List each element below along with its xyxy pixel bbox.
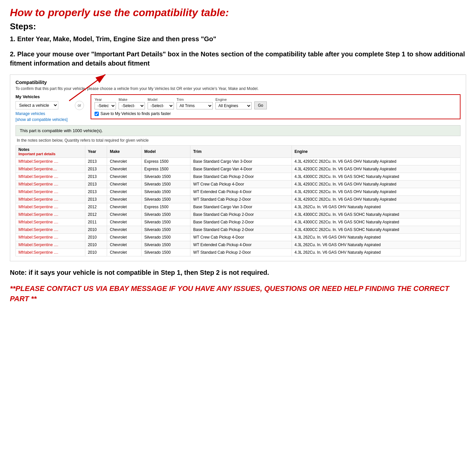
save-checkbox-row: Save to My Vehicles to finds parts faste… [95,111,457,116]
table-row: Mfrlabel:Serpentine ....2010ChevroletSil… [16,226,461,234]
cell-model: Express 1500 [142,158,190,165]
cell-model: Express 1500 [142,203,190,211]
trim-field: Trim All Trims [177,98,213,109]
cell-model: Silverado 1500 [142,226,190,234]
ymm-row: Year -Select- Make -Select- Model [95,98,457,109]
year-make-form: Year -Select- Make -Select- Model [91,94,461,119]
cell-notes: Mfrlabel:Serpentine .... [16,218,85,226]
save-label: Save to My Vehicles to finds parts faste… [100,111,171,116]
vehicle-select-wrapper: Select a vehicle [15,101,68,109]
th-trim: Trim [190,146,292,158]
cell-year: 2010 [85,234,107,241]
table-row: Mfrlabel:Serpentine....2013ChevroletExpr… [16,165,461,173]
quantity-note: In the notes section below, Quantity ref… [15,138,461,143]
cell-trim: Base Standard Cab Pickup 2-Door [190,226,292,234]
compat-title: Compatibility [15,79,461,85]
cell-engine: 4.3L 4293CC 262Cu. In. V6 GAS OHV Natura… [292,158,461,165]
cell-make: Chevrolet [107,226,142,234]
cell-trim: Base Standard Cargo Van 3-Door [190,158,292,165]
th-notes: Notes Important part details [16,146,85,158]
table-header-row: Notes Important part details Year Make M… [16,146,461,158]
cell-make: Chevrolet [107,218,142,226]
table-row: Mfrlabel:Serpentine ....2013ChevroletSil… [16,196,461,203]
cell-trim: WT Crew Cab Pickup 4-Door [190,234,292,241]
engine-select[interactable]: All Engines [215,102,252,109]
cell-trim: Base Standard Cab Pickup 2-Door [190,173,292,181]
table-row: Mfrlabel:Serpentine ....2010ChevroletSil… [16,234,461,241]
compatible-count-bar: This part is compatible with 1000 vehicl… [15,125,461,136]
cell-model: Silverado 1500 [142,241,190,249]
cell-notes: Mfrlabel:Serpentine .... [16,158,85,165]
cell-model: Silverado 1500 [142,173,190,181]
cell-notes: Mfrlabel:Serpentine .... [16,226,85,234]
cell-make: Chevrolet [107,211,142,218]
cell-engine: 4.3L 4300CC 262Cu. In. V6 GAS SOHC Natur… [292,218,461,226]
cell-trim: Base Standard Cargo Van 4-Door [190,165,292,173]
th-year: Year [85,146,107,158]
cell-make: Chevrolet [107,249,142,256]
compatibility-box: Compatibility To confirm that this part … [10,74,466,261]
cell-make: Chevrolet [107,234,142,241]
trim-select[interactable]: All Trims [177,102,213,109]
step1-text: 1. Enter Year, Make, Model, Trim, Engine… [10,34,466,43]
table-row: Mfrlabel:Serpentine ....2013ChevroletExp… [16,158,461,165]
cell-engine: 4.3L 262Cu. In. V6 GAS OHV Naturally Asp… [292,234,461,241]
cell-year: 2013 [85,158,107,165]
cell-make: Chevrolet [107,188,142,196]
table-row: Mfrlabel:Serpentine ....2010ChevroletSil… [16,241,461,249]
th-model: Model [142,146,190,158]
note-text: Note: if it says your vehicle is not com… [10,268,466,277]
th-make: Make [107,146,142,158]
cell-year: 2012 [85,203,107,211]
year-select[interactable]: -Select- [95,102,116,109]
cell-model: Silverado 1500 [142,234,190,241]
cell-model: Silverado 1500 [142,188,190,196]
main-title: How to properly use the compatibility ta… [10,7,466,19]
cell-engine: 4.3L 262Cu. In. V6 GAS OHV Naturally Asp… [292,241,461,249]
cell-year: 2012 [85,211,107,218]
manage-vehicles-link[interactable]: Manage vehicles [15,111,68,116]
cell-model: Silverado 1500 [142,218,190,226]
cell-trim: Base Standard Cargo Van 3-Door [190,203,292,211]
cell-year: 2013 [85,165,107,173]
table-row: Mfrlabel:Serpentine ....2012ChevroletSil… [16,211,461,218]
cell-notes: Mfrlabel:Serpentine .... [16,234,85,241]
vehicle-select[interactable]: Select a vehicle [15,101,58,109]
cell-make: Chevrolet [107,203,142,211]
my-vehicles-section: My Vehicles Select a vehicle Manage vehi… [15,94,68,122]
cell-year: 2011 [85,218,107,226]
cell-engine: 4.3L 4293CC 262Cu. In. V6 GAS OHV Natura… [292,165,461,173]
table-row: Mfrlabel:Serpentine ....2013ChevroletSil… [16,173,461,181]
cell-make: Chevrolet [107,158,142,165]
table-row: Mfrlabel:Serpentine ....2011ChevroletSil… [16,218,461,226]
save-checkbox[interactable] [95,112,99,116]
table-row: Mfrlabel:Serpentine ....2013ChevroletSil… [16,181,461,188]
make-label: Make [119,98,145,101]
trim-label: Trim [177,98,213,101]
table-row: Mfrlabel:Serpentine ....2010ChevroletSil… [16,249,461,256]
table-row: Mfrlabel:Serpentine ....2013ChevroletSil… [16,188,461,196]
cell-engine: 4.3L 4293CC 262Cu. In. V6 GAS OHV Natura… [292,188,461,196]
my-vehicles-label: My Vehicles [15,94,68,99]
cell-model: Express 1500 [142,165,190,173]
cell-engine: 4.3L 262Cu. In. V6 GAS OHV Naturally Asp… [292,203,461,211]
cell-make: Chevrolet [107,196,142,203]
make-select[interactable]: -Select- [119,102,145,109]
cell-make: Chevrolet [107,173,142,181]
cell-model: Silverado 1500 [142,249,190,256]
cell-engine: 4.3L 262Cu. In. V6 GAS OHV Naturally Asp… [292,249,461,256]
cell-notes: Mfrlabel:Serpentine .... [16,203,85,211]
show-all-link[interactable]: [show all compatible vehicles] [15,117,68,122]
cell-make: Chevrolet [107,181,142,188]
model-select[interactable]: -Select- [148,102,174,109]
cell-year: 2010 [85,226,107,234]
steps-heading: Steps: [10,21,466,32]
year-label: Year [95,98,116,101]
go-button[interactable]: Go [254,101,267,109]
cell-make: Chevrolet [107,241,142,249]
engine-label: Engine [215,98,252,101]
th-engine: Engine [292,146,461,158]
cell-trim: WT Extended Cab Pickup 4-Door [190,241,292,249]
compatibility-table: Notes Important part details Year Make M… [15,145,461,256]
cell-trim: Base Standard Cab Pickup 2-Door [190,218,292,226]
